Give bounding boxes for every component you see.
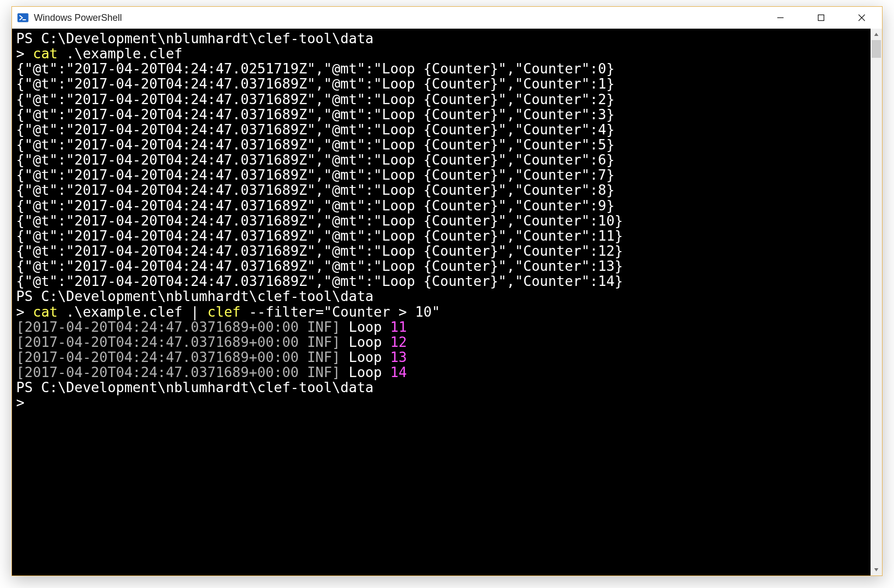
json-output-line: {"@t":"2017-04-20T04:24:47.0371689Z","@m… (16, 107, 866, 122)
json-output-line: {"@t":"2017-04-20T04:24:47.0371689Z","@m… (16, 122, 866, 137)
powershell-icon (17, 12, 29, 23)
svg-rect-4 (818, 15, 824, 21)
powershell-window: Windows PowerShell PS C:\Development\nbl… (11, 6, 883, 576)
titlebar[interactable]: Windows PowerShell (12, 7, 882, 29)
maximize-button[interactable] (801, 7, 841, 29)
json-output-line: {"@t":"2017-04-20T04:24:47.0371689Z","@m… (16, 182, 866, 197)
json-output-line: {"@t":"2017-04-20T04:24:47.0371689Z","@m… (16, 92, 866, 107)
prompt-line: > (16, 395, 866, 410)
json-output-line: {"@t":"2017-04-20T04:24:47.0371689Z","@m… (16, 228, 866, 243)
prompt-line: PS C:\Development\nblumhardt\clef-tool\d… (16, 380, 866, 395)
scrollbar-up-arrow-icon[interactable] (871, 29, 882, 40)
json-output-line: {"@t":"2017-04-20T04:24:47.0371689Z","@m… (16, 137, 866, 152)
vertical-scrollbar[interactable] (871, 29, 882, 576)
json-output-line: {"@t":"2017-04-20T04:24:47.0371689Z","@m… (16, 243, 866, 258)
close-button[interactable] (841, 7, 882, 29)
json-output-line: {"@t":"2017-04-20T04:24:47.0251719Z","@m… (16, 61, 866, 76)
terminal-output[interactable]: PS C:\Development\nblumhardt\clef-tool\d… (12, 29, 871, 576)
scrollbar-down-arrow-icon[interactable] (871, 564, 882, 576)
json-output-line: {"@t":"2017-04-20T04:24:47.0371689Z","@m… (16, 167, 866, 182)
json-output-line: {"@t":"2017-04-20T04:24:47.0371689Z","@m… (16, 76, 866, 91)
json-output-line: {"@t":"2017-04-20T04:24:47.0371689Z","@m… (16, 258, 866, 273)
json-output-line: {"@t":"2017-04-20T04:24:47.0371689Z","@m… (16, 273, 866, 289)
prompt-line: PS C:\Development\nblumhardt\clef-tool\d… (16, 289, 866, 304)
window-title: Windows PowerShell (34, 12, 122, 23)
log-output-line: [2017-04-20T04:24:47.0371689+00:00 INF] … (16, 365, 866, 380)
prompt-line: PS C:\Development\nblumhardt\clef-tool\d… (16, 31, 866, 46)
window-controls (760, 7, 882, 29)
log-output-line: [2017-04-20T04:24:47.0371689+00:00 INF] … (16, 349, 866, 365)
command-line: > cat .\example.clef | clef --filter="Co… (16, 304, 866, 319)
command-line: > cat .\example.clef (16, 46, 866, 61)
log-output-line: [2017-04-20T04:24:47.0371689+00:00 INF] … (16, 319, 866, 334)
json-output-line: {"@t":"2017-04-20T04:24:47.0371689Z","@m… (16, 152, 866, 167)
json-output-line: {"@t":"2017-04-20T04:24:47.0371689Z","@m… (16, 213, 866, 228)
json-output-line: {"@t":"2017-04-20T04:24:47.0371689Z","@m… (16, 198, 866, 213)
log-output-line: [2017-04-20T04:24:47.0371689+00:00 INF] … (16, 334, 866, 349)
minimize-button[interactable] (760, 7, 801, 29)
client-area: PS C:\Development\nblumhardt\clef-tool\d… (12, 29, 882, 576)
scrollbar-thumb[interactable] (872, 40, 881, 58)
